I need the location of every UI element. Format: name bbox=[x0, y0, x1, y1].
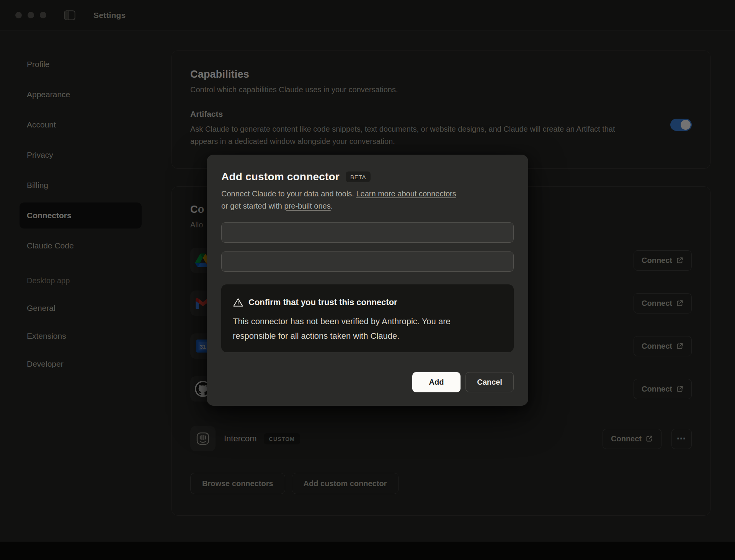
warning-title: Confirm that you trust this connector bbox=[248, 297, 397, 307]
modal-description-text: or get started with bbox=[221, 202, 284, 210]
beta-badge: BETA bbox=[346, 171, 371, 182]
add-button[interactable]: Add bbox=[412, 372, 461, 392]
modal-description-text: Connect Claude to your data and tools. bbox=[221, 189, 356, 198]
warning-body: This connector has not been verified by … bbox=[233, 314, 469, 343]
settings-window: Settings Profile Appearance Account Priv… bbox=[0, 0, 735, 560]
pre-built-ones-link[interactable]: pre-built ones bbox=[284, 202, 331, 210]
connector-url-input[interactable] bbox=[221, 251, 514, 272]
warning-icon bbox=[233, 297, 243, 307]
learn-more-link[interactable]: Learn more about connectors bbox=[356, 189, 456, 198]
cancel-button[interactable]: Cancel bbox=[466, 372, 514, 392]
trust-warning-box: Confirm that you trust this connector Th… bbox=[221, 284, 514, 352]
connector-name-input[interactable] bbox=[221, 222, 514, 243]
modal-title: Add custom connector bbox=[221, 171, 340, 183]
add-custom-connector-modal: Add custom connector BETA Connect Claude… bbox=[207, 155, 528, 406]
modal-description-text: . bbox=[331, 202, 333, 210]
modal-description: Connect Claude to your data and tools. L… bbox=[221, 188, 514, 212]
